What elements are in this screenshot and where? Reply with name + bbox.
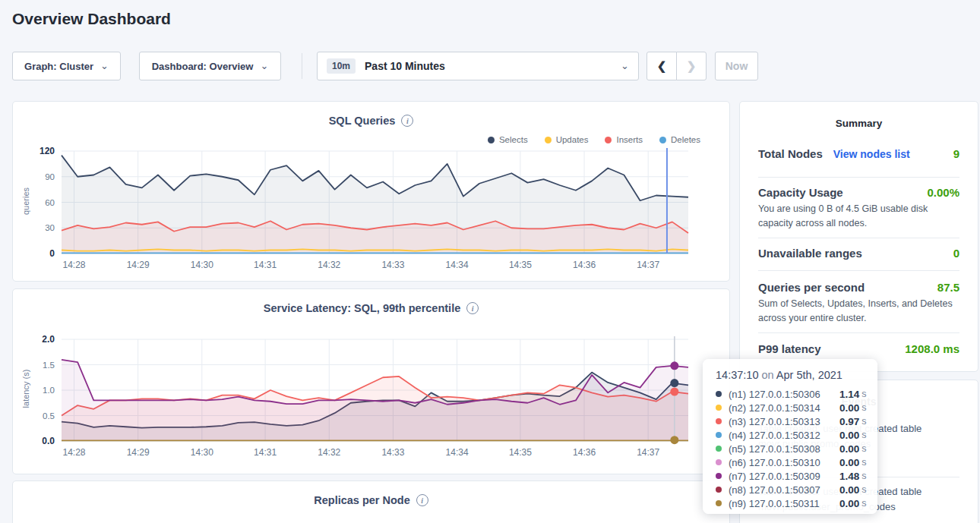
tooltip-node-value: 0.97 [839, 416, 859, 427]
p99-latency-value: 1208.0 ms [905, 342, 959, 355]
x-tick-label: 14:37 [637, 260, 659, 270]
tooltip-node-label: (n8) 127.0.0.1:50307 [729, 484, 839, 496]
x-tick-label: 14:30 [191, 447, 213, 458]
tooltip-node-unit: s [861, 443, 866, 454]
deletes-dot-icon [659, 137, 666, 143]
time-next-button[interactable]: ❯ [676, 52, 707, 80]
divider [758, 270, 959, 271]
y-tick-label: 1.0 [43, 386, 55, 395]
x-tick-label: 14:34 [446, 447, 469, 458]
tooltip-node-row: (n6) 127.0.0.1:50310 0.00 s [716, 455, 877, 469]
service-latency-chart[interactable]: 0.00.51.01.52.014:2814:2914:3014:3114:32… [13, 333, 719, 462]
hover-dot [670, 361, 678, 370]
x-tick-label: 14:28 [62, 447, 85, 458]
node-color-dot-icon [716, 446, 722, 452]
tooltip-node-row: (n4) 127.0.0.1:50312 0.00 s [716, 428, 877, 442]
y-tick-label: 1.5 [43, 361, 55, 370]
x-tick-label: 14:36 [573, 447, 596, 458]
legend-item-deletes[interactable]: Deletes [659, 135, 700, 144]
chevron-left-icon: ❮ [657, 59, 667, 73]
tooltip-node-value: 0.00 [839, 498, 859, 509]
capacity-usage-value: 0.00% [927, 186, 959, 199]
unavailable-ranges-label: Unavailable ranges [758, 247, 862, 260]
x-tick-label: 14:36 [573, 260, 596, 270]
y-tick-label: 30 [45, 223, 55, 232]
total-nodes-label: Total Nodes [758, 147, 823, 160]
page-title: Overview Dashboard [12, 10, 171, 28]
node-color-dot-icon [716, 459, 722, 465]
x-tick-label: 14:35 [509, 260, 532, 270]
info-icon[interactable]: i [401, 115, 413, 127]
updates-dot-icon [545, 137, 552, 143]
node-color-dot-icon [716, 432, 722, 438]
legend-item-updates[interactable]: Updates [545, 135, 589, 144]
x-tick-label: 14:28 [62, 260, 85, 270]
node-color-dot-icon [716, 500, 722, 506]
unavailable-ranges-row: Unavailable ranges 0 [758, 247, 959, 260]
qps-row: Queries per second 87.5 [758, 281, 959, 294]
capacity-usage-description: You are using 0 B of 4.5 GiB usable disk… [758, 202, 959, 232]
time-prev-button[interactable]: ❮ [646, 52, 677, 80]
tooltip-node-label: (n5) 127.0.0.1:50308 [729, 443, 839, 455]
legend-item-inserts[interactable]: Inserts [605, 135, 643, 144]
sql-queries-chart[interactable]: 030609012014:2814:2914:3014:3114:3214:33… [13, 145, 719, 274]
legend-item-selects[interactable]: Selects [488, 135, 528, 144]
capacity-usage-label: Capacity Usage [758, 186, 843, 199]
toolbar-divider [302, 53, 302, 79]
sql-queries-legend: Selects Updates Inserts Deletes [488, 135, 700, 144]
x-tick-label: 14:32 [318, 447, 340, 458]
tooltip-node-row: (n9) 127.0.0.1:50311 0.00 s [716, 496, 877, 510]
x-tick-label: 14:34 [446, 260, 469, 270]
graph-dropdown-label: Graph: Cluster [24, 61, 93, 72]
unavailable-ranges-value: 0 [953, 247, 959, 260]
info-icon[interactable]: i [416, 494, 428, 506]
tooltip-node-unit: s [861, 484, 866, 495]
tooltip-node-unit: s [861, 457, 866, 468]
tooltip-node-label: (n9) 127.0.0.1:50311 [729, 498, 839, 509]
service-latency-title: Service Latency: SQL, 99th percentile [264, 302, 461, 314]
divider [758, 177, 959, 178]
tooltip-node-label: (n4) 127.0.0.1:50312 [729, 430, 839, 441]
tooltip-node-value: 0.00 [839, 430, 859, 441]
y-tick-label: 0.5 [43, 411, 55, 421]
tooltip-node-label: (n6) 127.0.0.1:50310 [729, 457, 839, 468]
summary-panel: Summary Total Nodes View nodes list 9 Ca… [739, 101, 978, 372]
p99-latency-row: P99 latency 1208.0 ms [758, 342, 959, 355]
tooltip-node-value: 1.14 [839, 389, 859, 400]
time-range-badge: 10m [327, 58, 356, 74]
y-tick-label: 2.0 [42, 334, 55, 345]
tooltip-node-value: 0.00 [839, 484, 859, 496]
graph-dropdown[interactable]: Graph: Cluster ⌄ [12, 52, 121, 80]
sql-queries-title: SQL Queries [329, 115, 396, 127]
tooltip-node-value: 0.00 [839, 457, 859, 468]
chevron-down-icon: ⌄ [260, 62, 268, 70]
node-color-dot-icon [716, 391, 722, 397]
x-tick-label: 14:29 [127, 260, 150, 270]
tooltip-node-value: 0.00 [839, 443, 859, 455]
x-tick-label: 14:30 [191, 260, 213, 270]
view-nodes-list-link[interactable]: View nodes list [833, 148, 910, 160]
divider [758, 332, 959, 333]
chart-hover-tooltip: 14:37:10 on Apr 5th, 2021 (n1) 127.0.0.1… [703, 359, 877, 514]
selects-dot-icon [488, 137, 495, 143]
tooltip-node-unit: s [861, 430, 866, 440]
inserts-dot-icon [605, 137, 612, 143]
qps-value: 87.5 [937, 281, 959, 294]
time-range-dropdown[interactable]: 10m Past 10 Minutes ⌄ [317, 52, 639, 80]
tooltip-node-unit: s [861, 498, 866, 509]
tooltip-node-unit: s [861, 389, 866, 399]
x-tick-label: 14:33 [381, 260, 404, 270]
tooltip-node-value: 0.00 [839, 402, 859, 414]
tooltip-node-row: (n8) 127.0.0.1:50307 0.00 s [716, 483, 877, 496]
total-nodes-value: 9 [953, 147, 959, 160]
now-button[interactable]: Now [715, 52, 758, 80]
tooltip-node-label: (n2) 127.0.0.1:50314 [729, 402, 839, 414]
summary-title: Summary [740, 118, 978, 129]
tooltip-node-value: 1.48 [839, 471, 859, 482]
node-color-dot-icon [716, 487, 722, 493]
dashboard-dropdown[interactable]: Dashboard: Overview ⌄ [139, 52, 281, 80]
qps-label: Queries per second [758, 281, 865, 294]
info-icon[interactable]: i [466, 302, 479, 314]
qps-description: Sum of Selects, Updates, Inserts, and De… [758, 297, 959, 326]
tooltip-node-row: (n5) 127.0.0.1:50308 0.00 s [716, 442, 877, 455]
